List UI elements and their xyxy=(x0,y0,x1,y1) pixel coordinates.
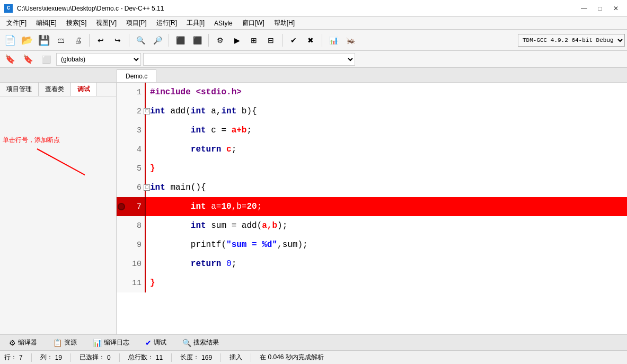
line-num-5[interactable]: 5 xyxy=(117,159,146,178)
expr-aplusb: a+b xyxy=(232,126,247,135)
symbol-dropdown[interactable] xyxy=(143,53,355,66)
bookmark2-button[interactable]: 🔖 xyxy=(20,51,36,67)
save-all-icon: 🗃 xyxy=(57,36,65,45)
line-num-4[interactable]: 4 xyxy=(117,140,146,159)
run-icon: ▶ xyxy=(234,36,240,45)
save-button[interactable]: 💾 xyxy=(36,32,52,48)
side-tab-debug[interactable]: 调试 xyxy=(71,83,97,96)
minimize-button[interactable]: — xyxy=(577,3,591,14)
code-content-1: #include <stdio.h> xyxy=(146,83,627,102)
tab-demo-c[interactable]: Demo.c xyxy=(117,69,156,82)
debug-button[interactable]: ✔ xyxy=(286,32,302,48)
svg-line-1 xyxy=(37,149,85,181)
kw-return-10: return xyxy=(191,259,222,269)
menu-edit[interactable]: 编辑[E] xyxy=(32,17,61,29)
mode-value: 插入 xyxy=(229,353,242,362)
debug-icon: ✔ xyxy=(290,36,297,45)
menu-file[interactable]: 文件[F] xyxy=(2,17,31,29)
code-line-9: 9 printf("sum = %d",sum); xyxy=(117,235,627,254)
line-num-1[interactable]: 1 xyxy=(117,83,146,102)
annotation-text: 单击行号，添加断点 xyxy=(3,136,60,144)
title-bar-left: C C:\Users\xiexuewu\Desktop\Demo.c - Dev… xyxy=(4,4,164,13)
menu-run[interactable]: 运行[R] xyxy=(152,17,181,29)
fold-indicator-6[interactable]: □ xyxy=(144,184,150,191)
chart-button[interactable]: 📊 xyxy=(325,32,341,48)
menu-astyle[interactable]: AStyle xyxy=(210,19,237,28)
replace-button[interactable]: 🔎 xyxy=(149,32,165,48)
kw-int-2: int xyxy=(150,106,165,116)
bottom-tab-resources[interactable]: 📋 资源 xyxy=(46,336,84,349)
line-num-9[interactable]: 9 xyxy=(117,235,146,254)
redo-button[interactable]: ↪ xyxy=(110,32,126,48)
menu-project[interactable]: 项目[P] xyxy=(122,17,151,29)
line-num-7[interactable]: 7 xyxy=(117,197,146,216)
status-total: 总行数： 11 xyxy=(128,353,163,362)
chart-icon: 📊 xyxy=(329,36,338,45)
close-button[interactable]: ✕ xyxy=(609,3,623,14)
side-tab-project[interactable]: 项目管理 xyxy=(0,83,39,96)
fold-indicator-2[interactable]: □ xyxy=(144,108,150,114)
sep2 xyxy=(129,34,129,47)
bottom-tab-search[interactable]: 🔍 搜索结果 xyxy=(175,336,226,349)
compiler-dropdown[interactable]: TDM-GCC 4.9.2 64-bit Debug xyxy=(518,34,625,47)
bottom-tab-debug[interactable]: ✔ 调试 xyxy=(138,336,173,349)
open-button[interactable]: 📂 xyxy=(19,32,35,48)
line-num-8[interactable]: 8 xyxy=(117,216,146,235)
compile-button[interactable]: ⚙ xyxy=(212,32,228,48)
status-selected: 已选择： 0 xyxy=(80,353,111,362)
close-file-button[interactable]: 🖨 xyxy=(70,32,86,48)
total-value: 11 xyxy=(156,354,163,361)
hl-num-20: 20 xyxy=(246,202,257,211)
indent-button[interactable]: ⬛ xyxy=(172,32,188,48)
blank-icon: ⬜ xyxy=(42,55,51,64)
bookmark-button[interactable]: 🔖 xyxy=(2,51,18,67)
menu-tools[interactable]: 工具[I] xyxy=(182,17,209,29)
bottom-tab-compile-log[interactable]: 📊 编译日志 xyxy=(86,336,136,349)
bookmark2-icon: 🔖 xyxy=(23,54,33,64)
selected-label: 已选择： xyxy=(80,353,105,362)
length-value: 169 xyxy=(201,354,212,361)
line-num-6[interactable]: 6 □ xyxy=(117,178,146,197)
menu-window[interactable]: 窗口[W] xyxy=(238,17,269,29)
outdent-button[interactable]: ⬛ xyxy=(189,32,205,48)
side-tab-classes[interactable]: 查看类 xyxy=(39,83,71,96)
length-label: 长度： xyxy=(180,353,199,362)
undo-button[interactable]: ↩ xyxy=(93,32,109,48)
maximize-button[interactable]: □ xyxy=(593,3,607,14)
args-ab: a,b xyxy=(262,221,277,230)
toolbar2: 🔖 🔖 ⬜ (globals) xyxy=(0,51,627,68)
editor-area[interactable]: 1 #include <stdio.h> 2 □ int add(int a,i… xyxy=(117,83,627,334)
status-sep6 xyxy=(251,353,251,362)
blank-button[interactable]: ⬜ xyxy=(38,51,54,67)
code-line-7: 7 int a=10,b=20; xyxy=(117,197,627,216)
compile-run-button[interactable]: ⊞ xyxy=(246,32,262,48)
find-button[interactable]: 🔍 xyxy=(133,32,148,48)
line-num-10[interactable]: 10 xyxy=(117,254,146,273)
bottom-tab-compiler[interactable]: ⚙ 编译器 xyxy=(2,336,44,349)
stop-debug-button[interactable]: ✖ xyxy=(303,32,319,48)
annotation-arrow xyxy=(32,144,85,186)
code-content-11: } xyxy=(146,273,627,292)
line-num-3[interactable]: 3 xyxy=(117,121,146,140)
stop-button[interactable]: ⊟ xyxy=(263,32,279,48)
selected-value: 0 xyxy=(107,354,111,361)
status-parse: 在 0.046 秒内完成解析 xyxy=(260,353,324,362)
compile-log-tab-icon: 📊 xyxy=(93,339,102,347)
parse-message: 在 0.046 秒内完成解析 xyxy=(260,353,324,362)
menu-help[interactable]: 帮助[H] xyxy=(270,17,299,29)
menu-search[interactable]: 搜索[S] xyxy=(62,17,91,29)
save-all-button[interactable]: 🗃 xyxy=(53,32,69,48)
new-button[interactable]: 📄 xyxy=(2,32,18,48)
scope-dropdown[interactable]: (globals) xyxy=(56,53,141,66)
profile-button[interactable]: 🦗 xyxy=(342,32,358,48)
line-num-11[interactable]: 11 xyxy=(117,273,146,292)
menu-bar: 文件[F] 编辑[E] 搜索[S] 视图[V] 项目[P] 运行[R] 工具[I… xyxy=(0,17,627,30)
kw-int-8: int xyxy=(191,221,206,230)
bottom-tabs: ⚙ 编译器 📋 资源 📊 编译日志 ✔ 调试 🔍 搜索结果 xyxy=(0,334,627,350)
status-sep5 xyxy=(220,353,221,362)
undo-icon: ↩ xyxy=(98,36,104,45)
run-button[interactable]: ▶ xyxy=(229,32,245,48)
line-num-2[interactable]: 2 □ xyxy=(117,102,146,121)
code-content-8: int sum = add(a,b); xyxy=(146,216,627,235)
menu-view[interactable]: 视图[V] xyxy=(92,17,121,29)
